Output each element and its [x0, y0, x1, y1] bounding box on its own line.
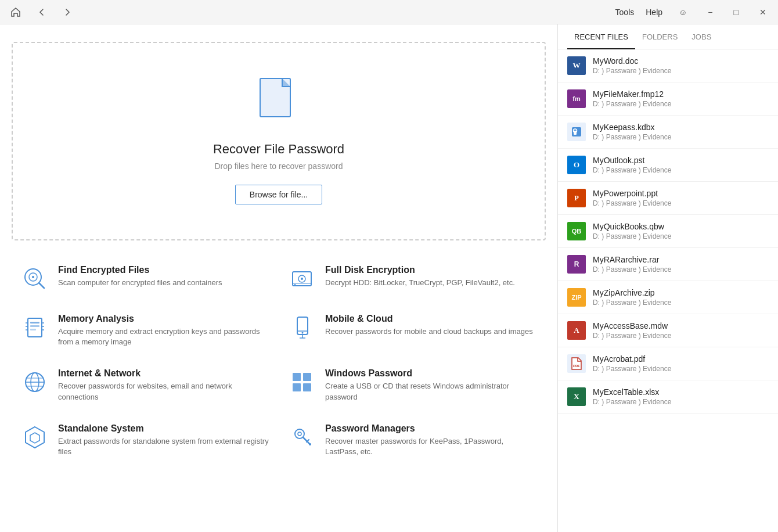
dropzone[interactable]: Recover File Password Drop files here to… [12, 42, 546, 240]
help-menu[interactable]: Help [646, 8, 662, 17]
svg-point-35 [298, 432, 301, 436]
file-info: MyPowerpoint.ppt D: ) Passware ) Evidenc… [593, 189, 769, 207]
file-name: MyKeepass.kdbx [593, 123, 769, 132]
file-list: W MyWord.doc D: ) Passware ) Evidence fm… [558, 49, 778, 532]
memory-analysis-title: Memory Analysis [58, 314, 269, 324]
tools-menu[interactable]: Tools [615, 8, 635, 17]
file-name: MyAcrobat.pdf [593, 354, 769, 364]
feature-password-managers[interactable]: Password Managers Recover master passwor… [279, 413, 546, 468]
file-list-item[interactable]: W MyWord.doc D: ) Passware ) Evidence [558, 49, 778, 82]
svg-point-7 [301, 278, 303, 280]
file-name: MyAccessBase.mdw [593, 321, 769, 330]
file-path: D: ) Passware ) Evidence [593, 199, 769, 207]
file-list-item[interactable]: MyKeepass.kdbx D: ) Passware ) Evidence [558, 116, 778, 149]
feature-internet-network[interactable]: Internet & Network Recover passwords for… [12, 358, 279, 412]
file-icon [567, 123, 586, 141]
forward-button[interactable] [59, 5, 75, 19]
internet-network-title: Internet & Network [58, 368, 269, 379]
file-icon: O [567, 156, 586, 174]
home-button[interactable] [7, 5, 24, 20]
back-button[interactable] [34, 5, 50, 19]
find-encrypted-text: Find Encrypted Files Scan computer for e… [58, 265, 222, 288]
file-icon: ZIP [567, 288, 586, 307]
windows-password-icon [288, 368, 316, 396]
memory-analysis-icon [21, 314, 49, 342]
svg-point-9 [294, 284, 296, 286]
right-panel: RECENT FILES FOLDERS JOBS W MyWord.doc D… [557, 24, 778, 532]
svg-line-36 [303, 437, 310, 444]
file-path: D: ) Passware ) Evidence [593, 232, 769, 240]
password-managers-icon [288, 423, 316, 451]
find-encrypted-title: Find Encrypted Files [58, 265, 222, 275]
windows-password-text: Windows Password Create a USB or CD that… [325, 368, 536, 402]
file-list-item[interactable]: X MyExcelTable.xlsx D: ) Passware ) Evid… [558, 380, 778, 414]
file-info: MyKeepass.kdbx D: ) Passware ) Evidence [593, 123, 769, 141]
file-icon: fm [567, 89, 586, 108]
feature-mobile-cloud[interactable]: Mobile & Cloud Recover passwords for mob… [279, 303, 546, 358]
full-disk-text: Full Disk Encryption Decrypt HDD: BitLoc… [325, 265, 515, 288]
svg-line-37 [307, 440, 309, 442]
file-path: D: ) Passware ) Evidence [593, 265, 769, 274]
mobile-cloud-desc: Recover passwords for mobile and cloud b… [325, 326, 533, 337]
right-panel-tabs: RECENT FILES FOLDERS JOBS [558, 24, 778, 49]
windows-password-title: Windows Password [325, 368, 536, 379]
file-path: D: ) Passware ) Evidence [593, 365, 769, 373]
file-list-item[interactable]: R MyRARarchive.rar D: ) Passware ) Evide… [558, 248, 778, 281]
maximize-button[interactable]: □ [729, 5, 743, 19]
feature-windows-password[interactable]: Windows Password Create a USB or CD that… [279, 358, 546, 412]
mobile-cloud-title: Mobile & Cloud [325, 314, 533, 324]
file-drop-icon [258, 78, 300, 128]
tab-jobs[interactable]: JOBS [685, 24, 718, 49]
file-info: MyZipArchive.zip D: ) Passware ) Evidenc… [593, 288, 769, 307]
tab-recent-files[interactable]: RECENT FILES [567, 24, 635, 49]
file-path: D: ) Passware ) Evidence [593, 299, 769, 307]
file-list-item[interactable]: P MyPowerpoint.ppt D: ) Passware ) Evide… [558, 182, 778, 215]
file-path: D: ) Passware ) Evidence [593, 133, 769, 141]
file-icon: QB [567, 222, 586, 240]
file-list-item[interactable]: fm MyFileMaker.fmp12 D: ) Passware ) Evi… [558, 82, 778, 116]
svg-point-3 [32, 276, 34, 278]
mobile-cloud-text: Mobile & Cloud Recover passwords for mob… [325, 314, 533, 337]
svg-line-4 [39, 283, 44, 288]
file-icon: A [567, 321, 586, 340]
full-disk-desc: Decrypt HDD: BitLocker, TrueCrypt, PGP, … [325, 278, 515, 288]
feature-grid: Find Encrypted Files Scan computer for e… [12, 254, 546, 468]
find-encrypted-icon [21, 265, 49, 293]
minimize-button[interactable]: − [703, 5, 717, 19]
full-disk-icon [288, 265, 316, 293]
file-list-item[interactable]: O MyOutlook.pst D: ) Passware ) Evidence [558, 149, 778, 182]
file-list-item[interactable]: ZIP MyZipArchive.zip D: ) Passware ) Evi… [558, 281, 778, 314]
file-name: MyZipArchive.zip [593, 288, 769, 297]
file-path: D: ) Passware ) Evidence [593, 398, 769, 406]
find-encrypted-desc: Scan computer for encrypted files and co… [58, 278, 222, 288]
file-list-item[interactable]: PDF MyAcrobat.pdf D: ) Passware ) Eviden… [558, 347, 778, 380]
password-managers-desc: Recover master passwords for KeePass, 1P… [325, 436, 536, 457]
mobile-cloud-icon [288, 314, 316, 342]
smiley-button[interactable]: ☺ [674, 5, 691, 19]
file-list-item[interactable]: A MyAccessBase.mdw D: ) Passware ) Evide… [558, 314, 778, 347]
browse-button[interactable]: Browse for file... [235, 185, 322, 204]
standalone-system-desc: Extract passwords for standalone system … [58, 436, 269, 457]
close-button[interactable]: ✕ [755, 5, 771, 19]
titlebar-actions: Tools Help ☺ − □ ✕ [615, 5, 771, 19]
file-list-item[interactable]: QB MyQuickBooks.qbw D: ) Passware ) Evid… [558, 215, 778, 248]
feature-standalone-system[interactable]: Standalone System Extract passwords for … [12, 413, 279, 468]
file-info: MyAccessBase.mdw D: ) Passware ) Evidenc… [593, 321, 769, 340]
dropzone-title: Recover File Password [213, 142, 344, 157]
file-path: D: ) Passware ) Evidence [593, 100, 769, 108]
feature-memory-analysis[interactable]: Memory Analysis Acquire memory and extra… [12, 303, 279, 358]
file-name: MyOutlook.pst [593, 156, 769, 165]
file-info: MyAcrobat.pdf D: ) Passware ) Evidence [593, 354, 769, 373]
feature-full-disk[interactable]: Full Disk Encryption Decrypt HDD: BitLoc… [279, 254, 546, 303]
svg-point-38 [309, 443, 311, 445]
file-icon: W [567, 56, 586, 75]
tab-folders[interactable]: FOLDERS [635, 24, 685, 49]
feature-find-encrypted[interactable]: Find Encrypted Files Scan computer for e… [12, 254, 279, 303]
svg-rect-31 [303, 373, 311, 381]
memory-analysis-desc: Acquire memory and extract encryption ke… [58, 326, 269, 347]
full-disk-title: Full Disk Encryption [325, 265, 515, 275]
file-icon: P [567, 189, 586, 207]
left-panel: Recover File Password Drop files here to… [0, 24, 557, 532]
file-name: MyPowerpoint.ppt [593, 189, 769, 198]
file-info: MyRARarchive.rar D: ) Passware ) Evidenc… [593, 255, 769, 274]
